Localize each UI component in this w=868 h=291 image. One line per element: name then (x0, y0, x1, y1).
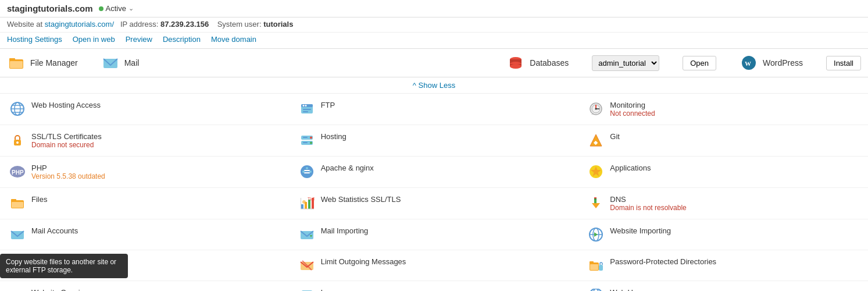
list-item[interactable]: Apache & nginx (290, 157, 579, 188)
list-item[interactable]: Website Importing (578, 219, 868, 250)
list-item[interactable]: Password-Protected Directories (578, 250, 868, 281)
system-user-value: tutorials (263, 20, 293, 29)
svg-point-18 (302, 105, 304, 107)
list-item[interactable]: Web Hosting Access (0, 94, 290, 125)
svg-point-44 (302, 171, 305, 173)
item-label: Hosting (321, 132, 347, 141)
item-label: Applications (610, 164, 651, 172)
item-label: Website Copying (31, 288, 88, 291)
svg-rect-1 (9, 58, 15, 61)
mail-accounts-icon (9, 226, 26, 243)
item-label: Mail Accounts (31, 226, 78, 235)
list-item[interactable]: Mail Accounts (0, 219, 290, 250)
website-url-link[interactable]: stagingtutorials.com/ (45, 20, 114, 29)
item-label: Git (610, 132, 620, 141)
site-domain: stagingtutorials.com (7, 3, 93, 13)
git-icon: ◆ (588, 132, 604, 148)
list-item[interactable]: PHP PHP Version 5.5.38 outdated (0, 157, 290, 188)
svg-point-43 (306, 167, 308, 169)
svg-rect-76 (599, 265, 603, 271)
svg-rect-35 (303, 142, 308, 143)
list-item[interactable]: TLS Web Statistics SSL/TLS (290, 188, 579, 219)
list-item[interactable]: Hosting (290, 125, 579, 157)
apache-icon (299, 164, 315, 180)
mail-button[interactable]: Mail (101, 54, 140, 72)
list-item[interactable]: Limit Outgoing Messages (290, 250, 579, 281)
database-select[interactable]: admin_tutorial (592, 55, 659, 71)
item-sub: Domain is not resolvable (610, 204, 686, 212)
item-label: Mail Importing (321, 226, 369, 235)
hosting-settings-link[interactable]: Hosting Settings (7, 35, 62, 44)
open-in-web-link[interactable]: Open in web (73, 35, 115, 44)
description-link[interactable]: Description (163, 35, 201, 44)
password-dir-icon (588, 257, 604, 274)
preview-link[interactable]: Preview (126, 35, 152, 44)
mail-importing-icon (299, 226, 315, 243)
list-item[interactable]: Mail Importing (290, 219, 579, 250)
item-label: FTP (321, 101, 335, 109)
svg-rect-41 (304, 170, 310, 171)
website-copying-icon (9, 288, 26, 291)
list-item[interactable]: FTP (290, 94, 579, 125)
svg-point-57 (302, 200, 306, 204)
item-label: SSL/TLS Certificates (31, 132, 102, 141)
item-label: Password-Protected Directories (610, 257, 716, 266)
mail-label: Mail (124, 58, 140, 68)
list-item[interactable]: ... Monitoring Not connected (578, 94, 868, 125)
svg-rect-50 (12, 202, 23, 208)
list-item[interactable]: DNS Domain is not resolvable (578, 188, 868, 219)
svg-point-8 (510, 64, 521, 69)
globe-icon (9, 101, 26, 117)
website-label: Website at (7, 20, 42, 29)
item-sub: Version 5.5.38 outdated (31, 172, 105, 180)
list-item[interactable]: SSL/TLS Certificates Domain not secured (0, 125, 290, 157)
databases-label: Databases (530, 58, 569, 68)
item-label: DNS (610, 195, 686, 204)
status-badge: Active ⌄ (99, 4, 134, 13)
list-item[interactable]: Applications (578, 157, 868, 188)
file-manager-button[interactable]: File Manager (7, 54, 78, 72)
status-dot (99, 6, 103, 11)
logs-icon (299, 288, 315, 291)
svg-rect-21 (303, 111, 308, 112)
open-db-button[interactable]: Open (683, 56, 716, 70)
svg-rect-75 (590, 264, 598, 270)
list-item[interactable]: ◆ Git (578, 125, 868, 157)
item-label: Apache & nginx (321, 164, 374, 172)
wordpress-label: WordPress (763, 58, 803, 68)
svg-text:...: ... (591, 111, 595, 115)
item-label: Web Users (610, 288, 647, 291)
svg-rect-62 (594, 197, 596, 198)
list-item[interactable]: Web Users (578, 281, 868, 291)
wordpress-button[interactable]: W WordPress (740, 54, 803, 72)
list-item[interactable]: Mail Settings (0, 250, 290, 281)
php-icon: PHP (9, 164, 26, 180)
list-item[interactable]: Files (0, 188, 290, 219)
svg-rect-74 (590, 261, 594, 264)
install-button[interactable]: Install (826, 56, 861, 70)
show-less-link[interactable]: ^ Show Less (413, 81, 455, 90)
chevron-down-icon[interactable]: ⌄ (128, 5, 134, 12)
svg-point-26 (595, 108, 597, 110)
svg-point-32 (310, 137, 312, 139)
limit-outgoing-icon (299, 257, 315, 274)
databases-icon (506, 54, 525, 72)
item-label: Logs (321, 288, 337, 291)
item-label: Limit Outgoing Messages (321, 257, 406, 266)
mail-icon (101, 54, 120, 72)
item-sub: Not connected (610, 109, 655, 118)
svg-text:W: W (745, 60, 751, 67)
svg-text:PHP: PHP (12, 169, 24, 176)
web-users-icon (588, 288, 604, 291)
links-bar: Hosting Settings Open in web Preview Des… (0, 33, 868, 49)
info-bar: Website at stagingtutorials.com/ IP addr… (0, 17, 868, 33)
item-label: Monitoring (610, 101, 655, 109)
svg-rect-34 (303, 137, 308, 138)
svg-point-33 (310, 142, 312, 144)
move-domain-link[interactable]: Move domain (211, 35, 256, 44)
databases-button[interactable]: Databases (506, 54, 569, 72)
website-copying-item[interactable]: Website Copying Copy website files to an… (0, 281, 290, 291)
svg-rect-49 (11, 199, 16, 201)
list-item[interactable]: Logs (290, 281, 579, 291)
ip-label: IP address: (120, 20, 159, 29)
